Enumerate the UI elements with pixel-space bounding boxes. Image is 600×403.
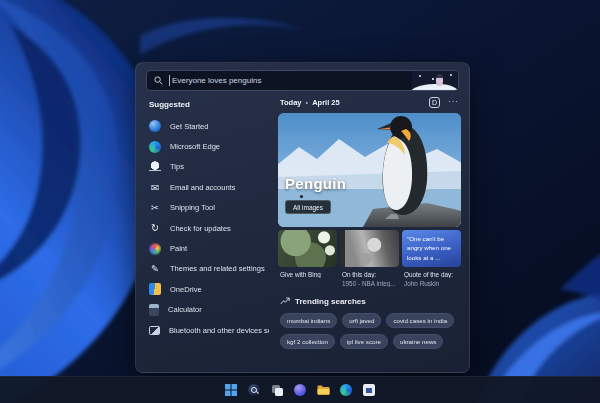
today-label: Today [280, 98, 302, 107]
card-caption: On this day: [342, 271, 397, 278]
search-orb-icon [248, 384, 260, 396]
folder-icon [317, 384, 330, 396]
hero-title: Penguin [285, 175, 346, 192]
search-input[interactable]: Everyone loves penguins [146, 70, 459, 91]
sidebar-item-check-updates[interactable]: ↻ Check for updates [140, 218, 278, 238]
card-caption: Give with Bing [280, 271, 335, 278]
date-label: April 25 [312, 98, 340, 107]
on-this-day-card[interactable]: On this day: 1950 - NBA integ... [340, 230, 399, 287]
trending-pill[interactable]: ukraine news [393, 334, 443, 349]
date-heading: Today • April 25 [280, 98, 340, 107]
card-subcaption: 1950 - NBA integ... [342, 280, 397, 287]
updates-icon: ↻ [149, 222, 161, 234]
tips-icon [149, 161, 161, 173]
quote-of-the-day-card[interactable]: "One can't be angry when one looks at a … [402, 230, 461, 287]
sidebar-item-email-accounts[interactable]: ✉ Email and accounts [140, 177, 278, 197]
sidebar-item-bluetooth-devices[interactable]: Bluetooth and other devices sett... [140, 320, 278, 340]
content-header: Today • April 25 D ··· [278, 95, 461, 109]
suggested-heading: Suggested [140, 95, 278, 116]
quote-text: "One can't be angry when one looks at a … [402, 230, 461, 267]
store-icon [363, 384, 375, 396]
trending-pill[interactable]: kgf 2 collection [280, 334, 335, 349]
search-button[interactable] [246, 382, 263, 399]
text-caret [169, 75, 170, 86]
get-started-icon [149, 120, 161, 132]
date-separator: • [306, 98, 309, 107]
desktop: Everyone loves penguins Suggested Get St… [0, 0, 600, 403]
trending-section: Trending searches mumbai indians urfi ja… [278, 297, 461, 349]
give-with-bing-image [278, 230, 337, 267]
more-options-icon[interactable]: ··· [448, 98, 459, 106]
trending-pill[interactable]: mumbai indians [280, 313, 337, 328]
paint-icon [149, 243, 161, 255]
penguin-illustration [412, 71, 458, 90]
themes-icon: ✎ [149, 263, 161, 275]
edge-button[interactable] [338, 382, 355, 399]
trending-icon [280, 297, 290, 305]
sidebar-item-onedrive[interactable]: OneDrive [140, 279, 278, 299]
calculator-icon [149, 304, 159, 316]
card-subcaption: John Ruskin [404, 280, 459, 287]
devices-icon [149, 326, 160, 335]
edge-browser-icon [340, 384, 352, 396]
account-avatar[interactable]: D [429, 97, 440, 108]
pagination-dot [300, 195, 303, 198]
trending-heading: Trending searches [295, 297, 366, 306]
star-icon [419, 75, 421, 77]
mini-penguin-icon [436, 74, 443, 86]
snow-mound [408, 84, 459, 91]
sidebar-item-get-started[interactable]: Get Started [140, 116, 278, 136]
suggested-section: Suggested Get Started Microsoft Edge Tip… [140, 95, 278, 340]
search-icon [154, 76, 163, 85]
star-icon [432, 78, 434, 80]
file-explorer-button[interactable] [315, 382, 332, 399]
sidebar-item-calculator[interactable]: Calculator [140, 300, 278, 320]
daily-cards-row: Give with Bing On this day: 1950 - NBA i… [278, 230, 461, 287]
chat-icon [294, 384, 306, 396]
onedrive-icon [149, 283, 161, 295]
snipping-tool-icon: ✂ [149, 202, 161, 214]
search-flyout-panel: Everyone loves penguins Suggested Get St… [135, 62, 470, 373]
give-with-bing-card[interactable]: Give with Bing [278, 230, 337, 287]
sidebar-item-snipping-tool[interactable]: ✂ Snipping Tool [140, 198, 278, 218]
on-this-day-image [340, 230, 399, 267]
card-caption: Quote of the day: [404, 271, 459, 278]
sidebar-item-tips[interactable]: Tips [140, 157, 278, 177]
edge-icon [149, 141, 161, 153]
store-button[interactable] [361, 382, 378, 399]
chat-button[interactable] [292, 382, 309, 399]
daily-content-section: Today • April 25 D ··· [278, 95, 461, 349]
trending-pill[interactable]: urfi javed [342, 313, 381, 328]
sidebar-item-microsoft-edge[interactable]: Microsoft Edge [140, 136, 278, 156]
search-query-text: Everyone loves penguins [172, 76, 412, 85]
taskbar [0, 376, 600, 403]
start-button[interactable] [223, 382, 240, 399]
all-images-button[interactable]: All images [285, 200, 331, 214]
trending-pill[interactable]: covid cases in india [386, 313, 454, 328]
star-icon [450, 74, 452, 76]
trending-pill[interactable]: ipl live score [340, 334, 388, 349]
windows-logo-icon [225, 384, 237, 396]
task-view-button[interactable] [269, 382, 286, 399]
email-icon: ✉ [149, 181, 161, 193]
sidebar-item-paint[interactable]: Paint [140, 238, 278, 258]
sidebar-item-themes[interactable]: ✎ Themes and related settings [140, 259, 278, 279]
hero-image-card[interactable]: Penguin All images [278, 113, 461, 227]
